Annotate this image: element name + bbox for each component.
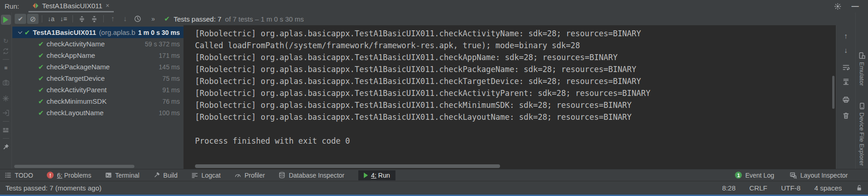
run-left-toolbar: ↻ ■ bbox=[0, 12, 12, 169]
collapse-all-icon bbox=[91, 16, 98, 22]
test-passed-icon: ✔ bbox=[38, 74, 44, 83]
expand-all-button[interactable] bbox=[76, 14, 88, 24]
pin-tab-button[interactable] bbox=[1, 142, 11, 152]
restore-layout-button[interactable] bbox=[1, 125, 11, 135]
test-row[interactable]: ✔ checkPackageName 145 ms bbox=[12, 61, 184, 73]
test-duration: 91 ms bbox=[162, 86, 180, 94]
screenshot-button[interactable] bbox=[1, 78, 11, 88]
emulator-stripe-label: Emulator bbox=[858, 62, 865, 86]
status-bar: Tests passed: 7 (moments ago) 8:28 CRLF … bbox=[0, 181, 868, 195]
line-separator[interactable]: CRLF bbox=[749, 184, 767, 192]
toolwindow-todo[interactable]: TODO bbox=[5, 172, 33, 179]
sort-alpha-icon: ↓a bbox=[48, 15, 55, 22]
tests-passed-detail: of 7 tests – 1 m 0 s 30 ms bbox=[225, 15, 304, 23]
file-encoding[interactable]: UTF-8 bbox=[781, 184, 801, 192]
starburst-icon bbox=[2, 95, 9, 102]
toolwindow-database-inspector[interactable]: Database Inspector bbox=[278, 172, 344, 179]
console-toolbar: ↑ ↓ bbox=[836, 25, 855, 169]
hammer-icon bbox=[153, 172, 160, 179]
import-test-results-button[interactable] bbox=[1, 108, 11, 118]
arrow-up-icon: ↑ bbox=[844, 32, 848, 40]
close-icon[interactable]: × bbox=[106, 2, 109, 9]
toggle-auto-test-button[interactable] bbox=[1, 46, 11, 56]
tests-passed-summary: Tests passed: 7 bbox=[173, 15, 221, 23]
indent-setting[interactable]: 4 spaces bbox=[814, 184, 842, 192]
collapse-all-button[interactable] bbox=[89, 14, 100, 24]
auto-test-icon bbox=[2, 48, 9, 55]
test-row[interactable]: ✔ checkActivityName 59 s 372 ms bbox=[12, 38, 184, 50]
scroll-to-end-button[interactable] bbox=[841, 77, 851, 86]
test-passed-icon: ✔ bbox=[38, 51, 44, 60]
test-row[interactable]: ✔ checkTargetDevice 75 ms bbox=[12, 73, 184, 84]
camera-icon bbox=[2, 79, 10, 86]
tool-stripe-emulator[interactable]: Emulator bbox=[858, 52, 866, 86]
pin-icon bbox=[2, 143, 10, 151]
run-titlebar: Run: TestA1BasicUIX011 × — bbox=[0, 0, 868, 12]
soft-wrap-button[interactable] bbox=[841, 63, 851, 72]
console-vertical-scrollbar[interactable] bbox=[832, 76, 835, 109]
history-clock-icon bbox=[134, 15, 141, 22]
run-configuration-tab[interactable]: TestA1BasicUIX011 × bbox=[28, 0, 114, 12]
hide-tool-window-icon[interactable]: — bbox=[851, 2, 859, 11]
layout-icon bbox=[2, 127, 9, 134]
toolwindow-terminal[interactable]: Terminal bbox=[105, 172, 139, 179]
stop-process-button[interactable]: ■ bbox=[1, 63, 11, 73]
print-button[interactable] bbox=[841, 95, 851, 104]
arrow-down-icon: ↓ bbox=[123, 15, 127, 23]
status-message: Tests passed: 7 (moments ago) bbox=[6, 184, 101, 192]
console-line: [Robolectric] org.aplas.basicappx.TestA1… bbox=[195, 51, 836, 63]
console-line: [Robolectric] org.aplas.basicappx.TestA1… bbox=[195, 63, 836, 75]
chevron-more-icon[interactable]: » bbox=[151, 15, 155, 22]
test-name: checkTargetDevice bbox=[47, 74, 105, 82]
toolwindow-profiler[interactable]: Profiler bbox=[234, 172, 265, 179]
chevron-down-icon[interactable] bbox=[18, 30, 22, 34]
test-row[interactable]: ✔ checkMinimumSDK 76 ms bbox=[12, 95, 184, 107]
test-row[interactable]: ✔ checkActivityParent 91 ms bbox=[12, 84, 184, 95]
test-passed-icon: ✔ bbox=[38, 40, 44, 48]
event-log-button[interactable]: 1 Event Log bbox=[735, 172, 774, 179]
scroll-down-button[interactable]: ↓ bbox=[841, 46, 851, 55]
tree-horizontal-scrollbar[interactable] bbox=[14, 165, 134, 168]
layout-inspector-icon bbox=[790, 172, 797, 179]
sort-alphabetically-button[interactable]: ↓a bbox=[45, 14, 57, 24]
test-passed-icon: ✔ bbox=[24, 28, 30, 37]
clear-console-button[interactable] bbox=[841, 111, 851, 120]
profiler-gauge-icon bbox=[234, 172, 241, 179]
console-horizontal-scrollbar[interactable] bbox=[195, 164, 500, 168]
toolwindow-build[interactable]: Build bbox=[153, 172, 178, 179]
database-icon bbox=[278, 172, 285, 179]
test-row[interactable]: ✔ checkLayoutName 100 ms bbox=[12, 107, 184, 118]
toolwindow-problems[interactable]: ! 6: Problems bbox=[47, 172, 91, 179]
test-duration: 145 ms bbox=[159, 63, 180, 71]
console-output[interactable]: [Robolectric] org.aplas.basicappx.TestA1… bbox=[184, 25, 836, 169]
next-occurrence-button[interactable]: ↓ bbox=[119, 14, 131, 24]
console-line: Called loadFromPath(/system/framework/fr… bbox=[195, 39, 836, 51]
rerun-failed-tests-button[interactable]: ↻ bbox=[1, 36, 11, 46]
test-toolbar: ✔ ⊘ ↓a ↓≡ ↑ ↓ » bbox=[12, 12, 836, 25]
trash-icon bbox=[842, 112, 850, 119]
android-test-config-icon bbox=[32, 2, 39, 9]
apply-changes-button[interactable] bbox=[1, 93, 11, 103]
toolwindow-run[interactable]: 4: Run bbox=[358, 170, 395, 180]
sort-by-duration-button[interactable]: ↓≡ bbox=[58, 14, 69, 24]
previous-occurrence-button[interactable]: ↑ bbox=[107, 14, 118, 24]
show-ignored-icon: ⊘ bbox=[30, 15, 36, 23]
settings-gear-icon[interactable] bbox=[834, 3, 841, 10]
test-history-button[interactable] bbox=[132, 14, 143, 24]
test-name: checkPackageName bbox=[47, 63, 110, 71]
caret-position[interactable]: 8:28 bbox=[722, 184, 735, 192]
write-access-lock-icon[interactable] bbox=[856, 185, 862, 191]
test-name: checkAppName bbox=[47, 51, 95, 59]
show-ignored-toggle[interactable]: ⊘ bbox=[27, 14, 39, 24]
run-tab-title: TestA1BasicUIX011 bbox=[42, 2, 102, 10]
logcat-icon bbox=[191, 172, 198, 179]
right-tool-stripe: Emulator Device File Explorer bbox=[855, 12, 868, 169]
rerun-tests-button[interactable] bbox=[1, 15, 11, 25]
test-row[interactable]: ✔ checkAppName 171 ms bbox=[12, 50, 184, 61]
show-passed-toggle[interactable]: ✔ bbox=[15, 14, 26, 24]
tool-stripe-device-file-explorer[interactable]: Device File Explorer bbox=[858, 102, 866, 166]
test-suite-row[interactable]: ✔ TestA1BasicUIX011 (org.aplas.basi 1 m … bbox=[12, 27, 184, 38]
scroll-up-button[interactable]: ↑ bbox=[841, 32, 851, 41]
toolwindow-logcat[interactable]: Logcat bbox=[191, 172, 221, 179]
layout-inspector-button[interactable]: Layout Inspector bbox=[790, 172, 848, 179]
